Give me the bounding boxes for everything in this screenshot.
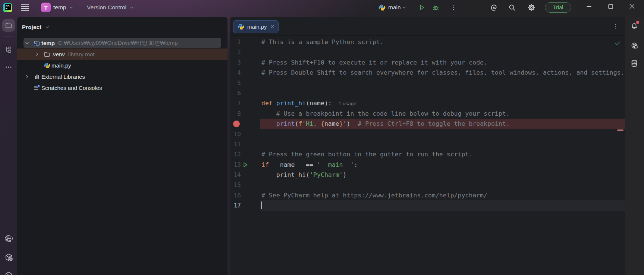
- code-link[interactable]: https://www.jetbrains.com/help/pycharm/: [343, 192, 487, 199]
- tree-item-scratches-and-consoles[interactable]: Scratches and Consoles: [17, 82, 227, 93]
- close-x-icon: [270, 25, 274, 29]
- python-console-tool-button[interactable]: [2, 232, 15, 245]
- gutter-line-7[interactable]: 7: [230, 98, 260, 108]
- gutter-line-10[interactable]: 10: [230, 129, 260, 139]
- code-line-9: print(f'Hi, {name}') # Press Ctrl+F8 to …: [230, 119, 625, 129]
- play-icon: [418, 4, 425, 11]
- gutter-line-3[interactable]: 3: [230, 57, 260, 68]
- code-line-2: 2: [230, 47, 625, 57]
- gutter-line-16[interactable]: 16: [230, 190, 260, 200]
- title-bar: PC T temp Version Control main Trial: [0, 0, 644, 17]
- more-tool-windows-tool-button[interactable]: [2, 61, 15, 74]
- usages-inlay-hint[interactable]: 1 usage: [339, 101, 356, 106]
- database-icon: [630, 59, 638, 68]
- tree-item-label: .venv: [51, 51, 65, 57]
- tree-item-label: main.py: [51, 62, 71, 69]
- gutter-line-9[interactable]: [230, 119, 260, 129]
- minimize-button[interactable]: [583, 0, 594, 13]
- services-tool-button[interactable]: [2, 269, 15, 275]
- tab-main-py[interactable]: main.py: [233, 20, 279, 33]
- project-widget[interactable]: temp: [53, 0, 74, 15]
- structure-tool-button[interactable]: [2, 43, 15, 56]
- tree-item--venv[interactable]: .venvlibrary root: [17, 49, 227, 60]
- chevron-right-icon[interactable]: [34, 51, 40, 57]
- code-line-7: 7def print_hi(name):1 usage: [230, 98, 625, 108]
- project-panel-title: Project: [22, 24, 41, 30]
- tab-options-button[interactable]: [611, 17, 620, 36]
- gutter-line-15[interactable]: 15: [230, 180, 260, 190]
- win-max-icon: [608, 4, 613, 9]
- settings-button[interactable]: [527, 0, 536, 15]
- run-config-python-icon: [378, 0, 386, 15]
- chevron-down-icon[interactable]: [402, 0, 407, 15]
- notification-badge: [636, 21, 639, 24]
- chev-down-icon: [402, 5, 407, 10]
- code-token: __name__ ==: [269, 161, 317, 168]
- line-number: 2: [237, 49, 241, 56]
- trial-badge[interactable]: Trial: [545, 2, 571, 13]
- ai-assistant-icon[interactable]: [490, 0, 499, 15]
- more-actions-button[interactable]: [449, 0, 458, 15]
- code-token: [273, 100, 276, 107]
- gutter-line-2[interactable]: 2: [230, 47, 260, 57]
- breakpoint-icon[interactable]: [233, 121, 240, 127]
- vcs-widget[interactable]: Version Control: [87, 0, 134, 15]
- gutter-line-11[interactable]: 11: [230, 139, 260, 149]
- gutter-line-8[interactable]: 8: [230, 109, 260, 119]
- python-file-icon: [44, 62, 50, 69]
- python-packages-tool-button[interactable]: [2, 251, 15, 263]
- more-v-icon: [450, 4, 457, 11]
- gutter-line-5[interactable]: 5: [230, 78, 260, 88]
- maximize-button[interactable]: [605, 0, 616, 13]
- run-button[interactable]: [417, 0, 426, 15]
- more-v-icon: [612, 23, 619, 29]
- structure-tool-icon: [5, 46, 12, 53]
- inspections-ok-icon[interactable]: [614, 40, 621, 47]
- debug-button[interactable]: [431, 0, 440, 15]
- main-menu-button[interactable]: [21, 0, 29, 15]
- project-avatar[interactable]: T: [41, 3, 51, 12]
- notifications-icon: [630, 22, 638, 30]
- pycharm-logo-icon[interactable]: PC: [3, 0, 12, 15]
- run-gutter-icon[interactable]: [242, 161, 248, 168]
- search-icon: [508, 3, 516, 12]
- close-button[interactable]: [626, 0, 638, 13]
- gutter-line-14[interactable]: 14: [230, 170, 260, 180]
- breakpoint-stripe-mark[interactable]: [617, 129, 623, 131]
- project-tool-button[interactable]: [2, 19, 15, 32]
- code-text-13: if __name__ == '__main__':: [260, 160, 625, 170]
- tree-item-external-libraries[interactable]: External Libraries: [17, 71, 227, 82]
- tab-close-icon[interactable]: [270, 25, 274, 29]
- pycharm-logo-icon: PC: [3, 3, 12, 12]
- tree-item-main-py[interactable]: main.py: [17, 60, 227, 71]
- gutter-line-6[interactable]: 6: [230, 88, 260, 98]
- gutter-line-17[interactable]: 17: [230, 200, 260, 210]
- editor-area: main.py 1# This is a sample Python scrip…: [230, 17, 625, 275]
- notifications-tool-button[interactable]: [628, 20, 641, 32]
- gutter-line-12[interactable]: 12: [230, 149, 260, 159]
- spiral-icon: [490, 3, 499, 12]
- run-config-selector[interactable]: main: [388, 0, 401, 15]
- ai-assistant-tool-button[interactable]: [628, 39, 641, 52]
- code-editor[interactable]: 1# This is a sample Python script.23# Pr…: [230, 36, 625, 275]
- tree-item-label: External Libraries: [41, 74, 85, 80]
- gutter-line-1[interactable]: 1: [230, 37, 260, 47]
- code-token: # Use a breakpoint in the code line belo…: [276, 110, 510, 117]
- project-folder-icon: [34, 40, 40, 46]
- code-token: print_hi: [276, 100, 306, 107]
- code-line-15: 15: [230, 180, 625, 190]
- code-line-10: 10: [230, 129, 625, 139]
- database-tool-button[interactable]: [628, 57, 641, 70]
- gutter-line-13[interactable]: 13: [230, 160, 260, 170]
- project-panel-header[interactable]: Project: [17, 17, 227, 37]
- project-tree: tempC:₩Users₩cjy09₩OneDrive₩바탕 화면₩temp.v…: [17, 37, 227, 93]
- search-everywhere-button[interactable]: [508, 0, 516, 15]
- line-number: 7: [237, 100, 241, 107]
- chevron-down-icon[interactable]: [24, 40, 30, 46]
- editor-tab-bar: main.py: [230, 17, 625, 36]
- tree-item-temp[interactable]: tempC:₩Users₩cjy09₩OneDrive₩바탕 화면₩temp: [17, 37, 227, 49]
- chevron-right-icon[interactable]: [24, 74, 30, 79]
- code-line-12: 12# Press the green button in the gutter…: [230, 149, 625, 159]
- gutter-line-4[interactable]: 4: [230, 68, 260, 78]
- line-number: 3: [237, 59, 241, 66]
